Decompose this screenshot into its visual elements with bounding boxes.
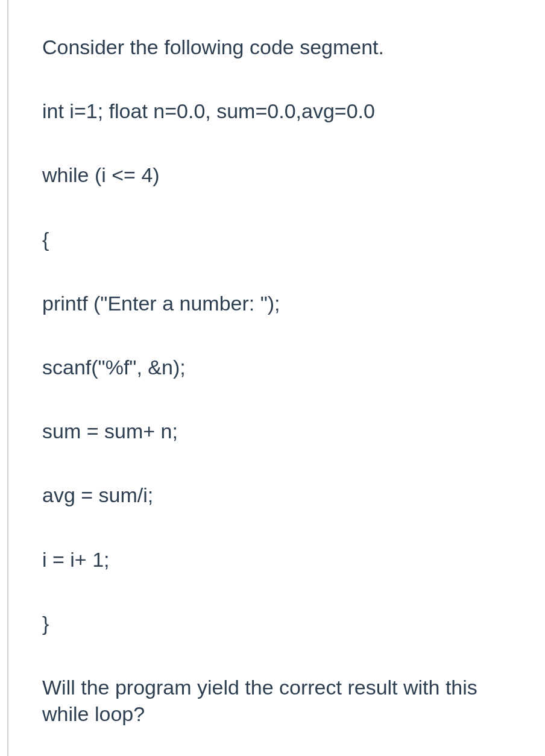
question-text: Will the program yield the correct resul…	[42, 674, 521, 727]
intro-text: Consider the following code segment.	[42, 34, 521, 60]
question-content: Consider the following code segment. int…	[0, 0, 545, 751]
code-line-sum: sum = sum+ n;	[42, 418, 521, 444]
code-line-while: while (i <= 4)	[42, 162, 521, 188]
code-line-printf: printf ("Enter a number: ");	[42, 290, 521, 317]
code-line-scanf: scanf("%f", &n);	[42, 354, 521, 380]
left-border-divider	[7, 0, 8, 756]
code-line-avg: avg = sum/i;	[42, 482, 521, 508]
code-line-increment: i = i+ 1;	[42, 546, 521, 573]
code-line-open-brace: {	[42, 226, 521, 253]
code-line-close-brace: }	[42, 610, 521, 637]
code-line-declaration: int i=1; float n=0.0, sum=0.0,avg=0.0	[42, 98, 521, 124]
